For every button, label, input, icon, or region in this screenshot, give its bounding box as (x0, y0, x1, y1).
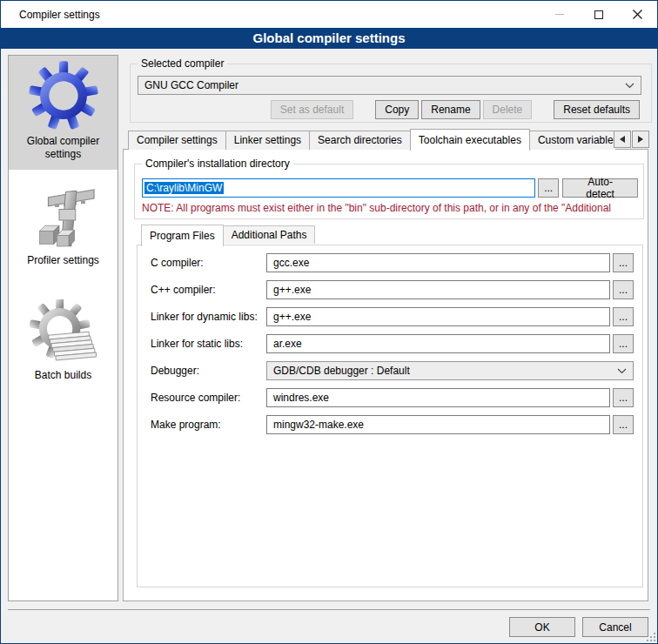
sidebar-item-batch-builds[interactable]: Batch builds (9, 295, 118, 391)
page-title: Global compiler settings (1, 28, 657, 49)
titlebar: Compiler settings (1, 1, 657, 28)
cpp-compiler-input[interactable]: g++.exe (266, 280, 610, 299)
field-label: Make program: (151, 419, 266, 431)
copy-button[interactable]: Copy (375, 100, 419, 119)
installation-directory-note: NOTE: All programs must exist either in … (142, 202, 641, 214)
selected-compiler-group: Selected compiler GNU GCC Compiler Set a… (130, 64, 652, 123)
field-value: g++.exe (273, 311, 311, 323)
cancel-button[interactable]: Cancel (582, 617, 648, 637)
caliper-icon (29, 181, 98, 251)
field-label: C++ compiler: (151, 284, 266, 296)
resize-grip[interactable] (647, 633, 655, 641)
tab-compiler-settings[interactable]: Compiler settings (128, 131, 226, 150)
field-row-static-linker: Linker for static libs: ar.exe ... (151, 334, 634, 353)
field-label: Debugger: (151, 365, 266, 377)
close-icon (633, 10, 642, 19)
set-as-default-button[interactable]: Set as default (271, 100, 353, 119)
maximize-icon (594, 10, 603, 19)
field-value: gcc.exe (273, 257, 309, 269)
make-program-browse-button[interactable]: ... (613, 415, 634, 434)
resource-compiler-input[interactable]: windres.exe (266, 388, 610, 407)
dynamic-linker-browse-button[interactable]: ... (613, 307, 634, 326)
window-title: Compiler settings (19, 9, 100, 21)
sidebar-item-label: Profiler settings (27, 254, 99, 267)
dynamic-linker-input[interactable]: g++.exe (266, 307, 610, 326)
rename-button[interactable]: Rename (421, 100, 480, 119)
field-value: GDB/CDB debugger : Default (273, 365, 410, 377)
installation-directory-group: Compiler's installation directory C:\ray… (134, 164, 644, 219)
installation-directory-value: C:\raylib\MinGW (144, 182, 224, 194)
field-row-c-compiler: C compiler: gcc.exe ... (151, 253, 634, 272)
field-label: Linker for dynamic libs: (151, 311, 266, 323)
sidebar-item-label: Global compiler settings (11, 135, 115, 161)
window-controls (540, 1, 657, 28)
static-linker-browse-button[interactable]: ... (613, 334, 634, 353)
debugger-select[interactable]: GDB/CDB debugger : Default (266, 361, 634, 380)
delete-button[interactable]: Delete (483, 100, 533, 119)
blue-gear-icon (28, 60, 99, 131)
tab-scroll-right-button[interactable] (632, 131, 649, 148)
minimize-button[interactable] (540, 1, 579, 28)
tab-additional-paths[interactable]: Additional Paths (223, 225, 316, 244)
close-button[interactable] (618, 1, 657, 28)
field-row-debugger: Debugger: GDB/CDB debugger : Default (151, 361, 634, 380)
settings-tabstrip: Compiler settings Linker settings Search… (128, 128, 615, 151)
field-label: Linker for static libs: (151, 338, 266, 350)
resource-compiler-browse-button[interactable]: ... (613, 388, 634, 407)
tab-scroll-buttons (613, 131, 649, 148)
program-files-tabstrip: Program Files Additional Paths (141, 224, 314, 245)
installation-directory-input[interactable]: C:\raylib\MinGW (142, 178, 535, 198)
auto-detect-button[interactable]: Auto-detect (562, 178, 638, 198)
field-row-resource-compiler: Resource compiler: windres.exe ... (151, 388, 634, 407)
field-value: mingw32-make.exe (273, 419, 364, 431)
make-program-input[interactable]: mingw32-make.exe (266, 415, 610, 434)
sidebar-item-label: Batch builds (35, 369, 91, 382)
arrow-left-icon (620, 136, 625, 143)
installation-directory-group-label: Compiler's installation directory (142, 158, 293, 171)
c-compiler-browse-button[interactable]: ... (613, 253, 634, 272)
program-files-panel: C compiler: gcc.exe ... C++ compiler: g+… (137, 245, 643, 587)
field-value: windres.exe (273, 392, 329, 404)
static-linker-input[interactable]: ar.exe (266, 334, 610, 353)
field-row-make-program: Make program: mingw32-make.exe ... (151, 415, 634, 434)
installation-directory-browse-button[interactable]: ... (538, 178, 559, 198)
tab-search-directories[interactable]: Search directories (309, 131, 411, 150)
chevron-down-icon (625, 83, 634, 89)
tab-linker-settings[interactable]: Linker settings (225, 131, 310, 150)
sidebar-item-global-compiler-settings[interactable]: Global compiler settings (9, 56, 118, 170)
arrow-right-icon (638, 136, 643, 143)
chevron-down-icon (617, 368, 627, 374)
compiler-buttons-row: Set as default Copy Rename Delete Reset … (138, 100, 640, 119)
field-row-dynamic-linker: Linker for dynamic libs: g++.exe ... (151, 307, 634, 326)
footer-divider (8, 609, 650, 610)
field-label: Resource compiler: (151, 392, 266, 404)
gray-gear-papers-icon (25, 299, 102, 366)
sidebar-item-profiler-settings[interactable]: Profiler settings (9, 177, 118, 276)
tab-program-files[interactable]: Program Files (141, 225, 224, 246)
ok-button[interactable]: OK (509, 617, 575, 637)
toolchain-executables-panel: Compiler's installation directory C:\ray… (123, 149, 648, 601)
cpp-compiler-browse-button[interactable]: ... (613, 280, 634, 299)
minimize-icon (555, 14, 564, 15)
selected-compiler-group-label: Selected compiler (138, 57, 227, 70)
compiler-select[interactable]: GNU GCC Compiler (138, 76, 641, 95)
tab-scroll-left-button[interactable] (614, 131, 631, 148)
compiler-settings-dialog: Compiler settings Global compiler settin… (0, 0, 658, 644)
field-value: ar.exe (273, 338, 302, 350)
field-row-cpp-compiler: C++ compiler: g++.exe ... (151, 280, 634, 299)
c-compiler-input[interactable]: gcc.exe (266, 253, 610, 272)
maximize-button[interactable] (579, 1, 618, 28)
compiler-select-value: GNU GCC Compiler (144, 79, 238, 91)
field-label: C compiler: (151, 257, 266, 269)
settings-category-list: Global compiler settings Profiler settin… (8, 55, 118, 601)
field-value: g++.exe (273, 284, 311, 296)
tab-toolchain-executables[interactable]: Toolchain executables (410, 129, 530, 151)
installation-directory-row: C:\raylib\MinGW ... Auto-detect (142, 178, 638, 198)
reset-defaults-button[interactable]: Reset defaults (554, 100, 640, 119)
tab-custom-variables[interactable]: Custom variables (529, 131, 615, 150)
